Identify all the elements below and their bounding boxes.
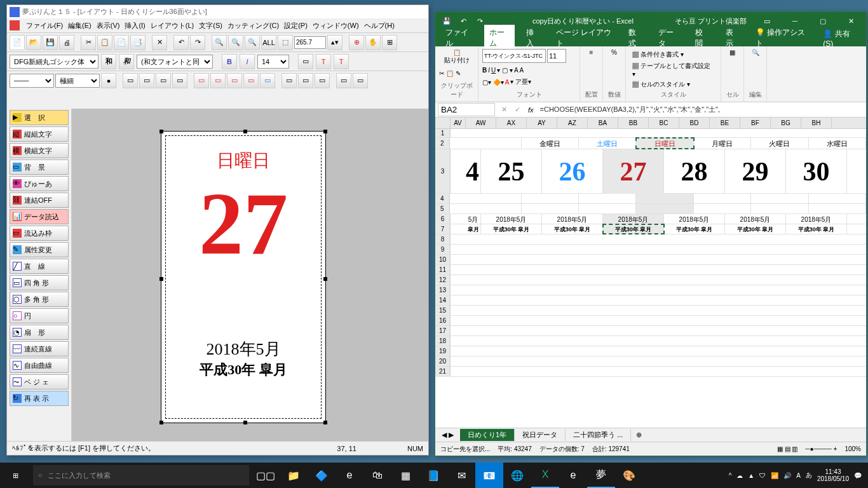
cell[interactable]: 火曜日 [751,138,808,149]
layer3-icon[interactable]: ▭ [227,73,242,88]
col-header[interactable]: BA [588,118,618,128]
task-view-icon[interactable]: ▢▢ [252,463,280,488]
row-header[interactable]: 10 [435,255,451,264]
fit-sel-icon[interactable]: ⬚ [278,35,293,50]
handle-icon[interactable] [243,421,247,424]
font-combo[interactable]: DFG新細丸ゴシック体 [10,55,98,69]
fx-icon[interactable]: fx [524,106,538,114]
cell[interactable] [464,138,521,149]
row-header[interactable]: 8 [435,234,451,244]
row-header[interactable]: 4 [435,194,450,203]
row-header[interactable]: 19 [435,346,451,356]
menu-settings[interactable]: 設定(P) [284,21,308,30]
cut-icon[interactable]: ✂ [81,35,96,50]
handle-icon[interactable] [159,421,163,424]
cell[interactable]: 2018年5月 [481,214,542,224]
col-header[interactable]: BF [740,118,771,128]
cell[interactable] [809,194,866,203]
cell[interactable]: 土曜日 [579,138,636,149]
canvas-page[interactable]: 日曜日 27 2018年5月 平成30年 皐月 [161,131,326,423]
cond-format-button[interactable]: ▦ 条件付き書式 ▾ [630,49,717,60]
kanji2-icon[interactable]: 和 [119,54,134,69]
search-box[interactable]: ○ ここに入力して検索 [33,465,249,485]
cell[interactable]: 26 [542,149,603,194]
paste-icon[interactable]: 📄 [114,35,129,50]
tool-polyline[interactable]: 〰連続直線 [10,341,69,356]
handle-icon[interactable] [159,130,163,133]
text-tool3-icon[interactable]: T [334,54,349,69]
row-header[interactable]: 2 [435,138,450,149]
cell[interactable]: 4 [466,149,481,194]
mail-icon[interactable]: ✉ [447,463,475,488]
handle-icon[interactable] [243,130,247,133]
row-header[interactable]: 12 [435,275,451,285]
add-sheet-icon[interactable]: ⊕ [631,431,647,439]
tool-data-read[interactable]: 📊データ読込 [10,209,69,224]
align3-icon[interactable]: ▭ [156,73,171,88]
ie-icon[interactable]: e [559,463,587,488]
excel-icon[interactable]: X [531,463,559,488]
sheet-tab[interactable]: 日めくり1年 [460,429,515,441]
new-icon[interactable]: 📄 [10,35,25,50]
italic-icon[interactable]: I [240,54,255,69]
layer5-icon[interactable]: ▭ [260,73,275,88]
cancel-icon[interactable]: ✕ [498,105,511,114]
tool-freehand[interactable]: ∿自由曲線 [10,358,69,373]
grid-icon[interactable]: ⊞ [382,35,397,50]
tool-circle[interactable]: ○円 [10,308,69,323]
cell[interactable] [694,204,751,214]
tray-icon[interactable]: 🛡 [759,472,766,479]
volume-icon[interactable]: 🔊 [783,472,791,479]
redo-icon[interactable]: ↷ [190,35,205,50]
edge-icon[interactable]: e [336,463,363,488]
cell[interactable]: 水曜日 [809,138,866,149]
layer1-icon[interactable]: ▭ [194,73,209,88]
delete-icon[interactable]: ✕ [152,35,167,50]
font-mode-combo[interactable]: (和文フォントと同じ) [137,55,213,69]
row-header[interactable]: 13 [435,285,451,295]
text-tool2-icon[interactable]: T [316,54,331,69]
share-button[interactable]: 👤 共有(S) [818,26,861,51]
font-name-combo[interactable] [482,49,546,63]
bold-icon[interactable]: B [222,54,237,69]
cell[interactable]: 25 [481,149,542,194]
cell[interactable] [751,204,808,214]
menu-insert[interactable]: 挿入(I) [125,21,145,30]
cell[interactable]: 皐月 [466,224,481,234]
col-header[interactable]: AX [496,118,527,128]
cell[interactable] [694,194,751,203]
tool-fan[interactable]: ◔扇 形 [10,325,69,340]
cell[interactable] [636,204,693,214]
cell[interactable] [464,194,521,203]
app3-icon[interactable]: 📘 [419,463,447,488]
cell[interactable] [636,194,693,203]
align4-icon[interactable]: ▭ [172,73,187,88]
row-header[interactable]: 17 [435,326,451,336]
ime2-icon[interactable]: あ [806,471,812,480]
title-bar[interactable]: 夢ぷりんと１５ - [レイアウト - 日めくりシール36面やよい] [7,5,428,18]
row-header[interactable]: 21 [435,367,451,376]
menu-view[interactable]: 表示(V) [97,21,120,30]
undo-icon[interactable]: ↶ [173,35,189,50]
clock[interactable]: 11:43 2018/05/10 [817,468,849,482]
cell[interactable]: 平成30年 皐月 [481,224,542,234]
align1-icon[interactable]: ▭ [123,73,138,88]
origin-icon[interactable]: ⊕ [349,35,364,50]
cell[interactable]: 平成30年 皐月 [603,224,664,234]
col-header[interactable]: AZ [557,118,588,128]
arrange1-icon[interactable]: ▭ [281,73,297,88]
hand-icon[interactable]: ✋ [365,35,381,50]
row-header[interactable]: 20 [435,356,451,366]
tray-icon[interactable]: ☁ [736,472,743,479]
color-icon[interactable]: ● [101,73,116,88]
handle-icon[interactable] [323,421,327,424]
cell[interactable]: 2018年5月 [664,214,725,224]
outlook-icon[interactable]: 📧 [475,463,503,488]
notifications-icon[interactable]: 💬 [854,472,862,479]
name-box[interactable] [438,103,495,116]
yumeprint-icon[interactable]: 夢 [587,463,615,488]
col-header[interactable]: AW [466,118,496,128]
arrange2-icon[interactable]: ▭ [298,73,313,88]
cell[interactable]: 29 [725,149,786,194]
cell[interactable]: 2018年5月 [786,214,847,224]
